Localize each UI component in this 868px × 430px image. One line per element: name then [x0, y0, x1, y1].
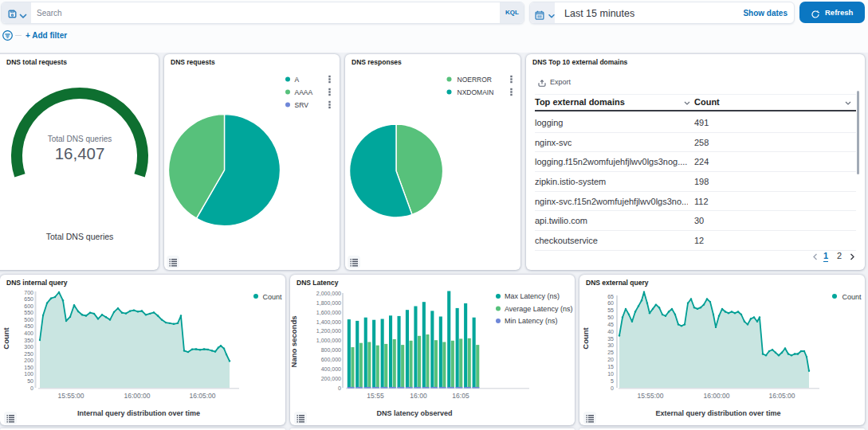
svg-text:2,000,000: 2,000,000	[316, 291, 341, 296]
svg-text:45: 45	[607, 322, 614, 327]
svg-text:450: 450	[24, 323, 33, 329]
svg-text:A: A	[295, 76, 300, 84]
svg-text:16:05:00: 16:05:00	[768, 392, 795, 400]
svg-text:NOERROR: NOERROR	[458, 76, 492, 84]
svg-text:16:00:00: 16:00:00	[703, 392, 729, 400]
svg-text:SRV: SRV	[295, 101, 309, 109]
svg-text:15:55:00: 15:55:00	[57, 392, 84, 400]
svg-text:Total DNS queries: Total DNS queries	[48, 135, 112, 143]
svg-text:16:05:00: 16:05:00	[189, 392, 215, 400]
svg-text:NXDOMAIN: NXDOMAIN	[458, 88, 494, 96]
svg-text:AAAA: AAAA	[295, 88, 313, 96]
svg-text:150: 150	[24, 365, 33, 370]
svg-text:Max Latency (ns): Max Latency (ns)	[505, 292, 560, 300]
svg-text:60: 60	[607, 300, 614, 306]
svg-text:Count: Count	[263, 293, 283, 301]
svg-text:16:00: 16:00	[410, 392, 427, 400]
svg-text:Count: Count	[842, 293, 862, 301]
svg-text:1,400,000: 1,400,000	[316, 319, 341, 325]
svg-text:350: 350	[24, 338, 33, 343]
svg-text:35: 35	[607, 336, 614, 342]
svg-text:Nano seconds: Nano seconds	[290, 316, 298, 368]
svg-text:0: 0	[30, 385, 33, 391]
svg-text:1,800,000: 1,800,000	[316, 300, 341, 306]
svg-text:100: 100	[24, 371, 33, 377]
svg-text:16,407: 16,407	[55, 144, 105, 162]
svg-text:5: 5	[611, 378, 614, 384]
svg-text:200: 200	[24, 358, 33, 363]
svg-text:Total DNS queries: Total DNS queries	[46, 232, 114, 241]
svg-text:Internal query distribution ov: Internal query distribution over time	[77, 409, 200, 417]
svg-text:0: 0	[338, 385, 341, 391]
svg-text:400,000: 400,000	[321, 366, 341, 372]
svg-text:40: 40	[607, 329, 614, 334]
svg-text:10: 10	[607, 371, 614, 377]
svg-text:600,000: 600,000	[321, 357, 341, 362]
svg-text:550: 550	[24, 310, 33, 315]
svg-text:55: 55	[607, 307, 614, 313]
svg-text:400: 400	[24, 330, 33, 336]
svg-text:1,200,000: 1,200,000	[316, 328, 341, 334]
svg-text:Count: Count	[2, 326, 10, 349]
svg-text:200,000: 200,000	[321, 376, 341, 381]
svg-text:Count: Count	[581, 326, 590, 349]
svg-text:500: 500	[24, 317, 33, 322]
svg-text:800,000: 800,000	[321, 347, 341, 353]
svg-text:0: 0	[611, 385, 614, 391]
svg-text:50: 50	[607, 315, 614, 320]
svg-text:16:05: 16:05	[452, 392, 469, 400]
svg-text:DNS latency observed: DNS latency observed	[376, 409, 452, 417]
svg-text:600: 600	[24, 303, 33, 309]
svg-text:1,000,000: 1,000,000	[316, 338, 341, 343]
svg-text:15: 15	[607, 364, 614, 369]
svg-text:700: 700	[24, 290, 33, 295]
svg-text:15:55:00: 15:55:00	[637, 392, 663, 400]
svg-text:650: 650	[24, 296, 33, 302]
svg-text:1,600,000: 1,600,000	[316, 310, 341, 315]
svg-text:20: 20	[607, 357, 614, 362]
svg-text:300: 300	[24, 344, 33, 350]
svg-text:50: 50	[27, 378, 33, 384]
svg-text:Average Latency (ns): Average Latency (ns)	[505, 305, 572, 313]
svg-text:16:00:00: 16:00:00	[124, 392, 150, 400]
svg-text:External query distribution ov: External query distribution over time	[655, 409, 780, 417]
svg-text:30: 30	[607, 342, 614, 348]
svg-text:Min Latency (ns): Min Latency (ns)	[505, 317, 558, 325]
svg-text:65: 65	[607, 294, 614, 299]
svg-text:15:55: 15:55	[367, 392, 384, 400]
svg-text:25: 25	[607, 350, 614, 355]
svg-text:250: 250	[24, 351, 33, 357]
